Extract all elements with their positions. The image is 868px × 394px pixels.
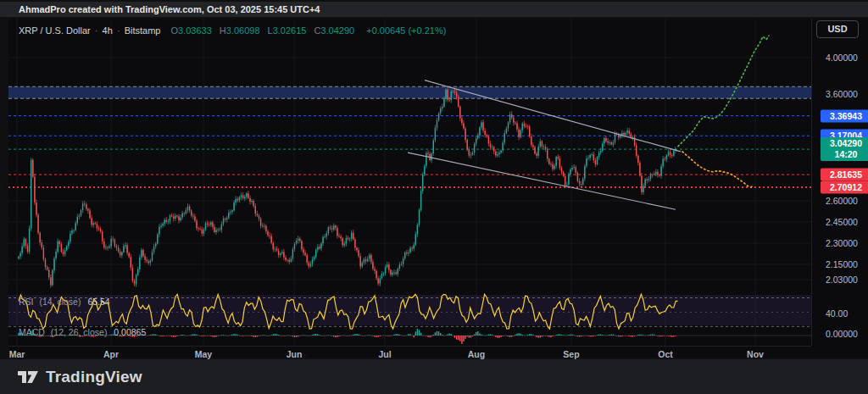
projection-bearish[interactable] [682, 152, 754, 187]
bottom-bar[interactable]: TradingView [0, 359, 868, 394]
attribution-bar: AhmadPro created with TradingView.com, O… [0, 2, 868, 17]
month-label-Nov: Nov [747, 349, 764, 359]
price-tick: 4.00000 [826, 53, 858, 63]
month-label-Sep: Sep [563, 349, 579, 359]
price-tick: 2.03000 [826, 275, 858, 285]
price-label-3.36943: 3.36943 [821, 109, 868, 122]
rsi-value: 65.54 [87, 297, 109, 307]
ohlc-value: 3.04290 [320, 25, 354, 36]
price-label-2.70912: 2.70912 [821, 181, 868, 194]
trendlines[interactable] [408, 80, 681, 210]
price-tick: 2.45000 [826, 217, 858, 227]
tradingview-wordmark[interactable]: TradingView [46, 368, 142, 386]
price-label-2.81635: 2.81635 [821, 169, 868, 181]
ohlc-key: L [268, 25, 273, 36]
ohlc-value: 3.03633 [178, 25, 212, 36]
month-label-Oct: Oct [658, 349, 673, 359]
macd-title: MACD [19, 327, 45, 337]
ohlc-value: 3.06098 [226, 25, 260, 36]
price-tick: 3.60000 [826, 89, 858, 99]
exchange-label: Bitstamp [125, 25, 161, 36]
price-tick: 40.00 [826, 308, 848, 319]
rsi-title: RSI [19, 297, 34, 307]
rsi-legend[interactable]: RSI (14, close) 65.54 [19, 297, 110, 307]
symbol-title[interactable]: XRP / U.S. Dollar [19, 25, 91, 36]
attribution-text: AhmadPro created with TradingView.com, O… [19, 4, 320, 14]
legend-separator-1: · [95, 25, 98, 36]
legend-separator-2: · [117, 25, 120, 36]
month-label-Aug: Aug [468, 349, 485, 359]
price-tick: 0.00000 [826, 329, 858, 339]
currency-button[interactable]: USD [816, 20, 859, 38]
ohlc-values: O3.03633H3.06098L3.02615C3.04290 [164, 25, 356, 36]
month-label-May: May [195, 349, 212, 359]
interval-label[interactable]: 4h [103, 25, 113, 36]
rsi-params: (14, close) [39, 297, 81, 307]
tradingview-logo-icon[interactable] [17, 369, 39, 386]
countdown: 14:20 [824, 149, 868, 160]
ohlc-key: H [220, 25, 226, 36]
month-label-Jun: Jun [287, 349, 303, 359]
ohlc-value: 3.02615 [273, 25, 307, 36]
change-value: +0.00645 (+0.21%) [366, 25, 446, 36]
time-scale[interactable]: MarAprMayJunJulAugSepOctNov [8, 346, 811, 360]
price-chart-canvas[interactable] [8, 19, 868, 346]
macd-legend[interactable]: MACD (12, 26, close) 0.00865 [19, 327, 146, 337]
price-scale[interactable]: 4.000003.600002.600002.450002.300002.150… [811, 19, 868, 346]
macd-value: 0.00865 [114, 327, 146, 337]
price-levels[interactable] [8, 116, 811, 187]
month-label-Apr: Apr [103, 349, 119, 359]
supply-zone[interactable] [8, 86, 811, 98]
price-tick: 2.60000 [826, 196, 858, 206]
ohlc-key: O [170, 25, 178, 36]
price-tick: 2.15000 [826, 259, 858, 269]
chart-area: XRP / U.S. Dollar · 4h · Bitstamp O3.036… [8, 19, 868, 358]
price-label-3.04290: 3.0429014:20 [821, 137, 868, 161]
month-label-Jul: Jul [378, 349, 391, 359]
price-tick: 2.30000 [826, 238, 858, 248]
chart-legend[interactable]: XRP / U.S. Dollar · 4h · Bitstamp O3.036… [19, 25, 448, 36]
macd-params: (12, 26, close) [51, 327, 108, 337]
month-label-Mar: Mar [9, 349, 25, 359]
rsi-pane-background [8, 295, 811, 325]
screenshot-root: { "attribution": "AhmadPro created with … [0, 0, 868, 394]
